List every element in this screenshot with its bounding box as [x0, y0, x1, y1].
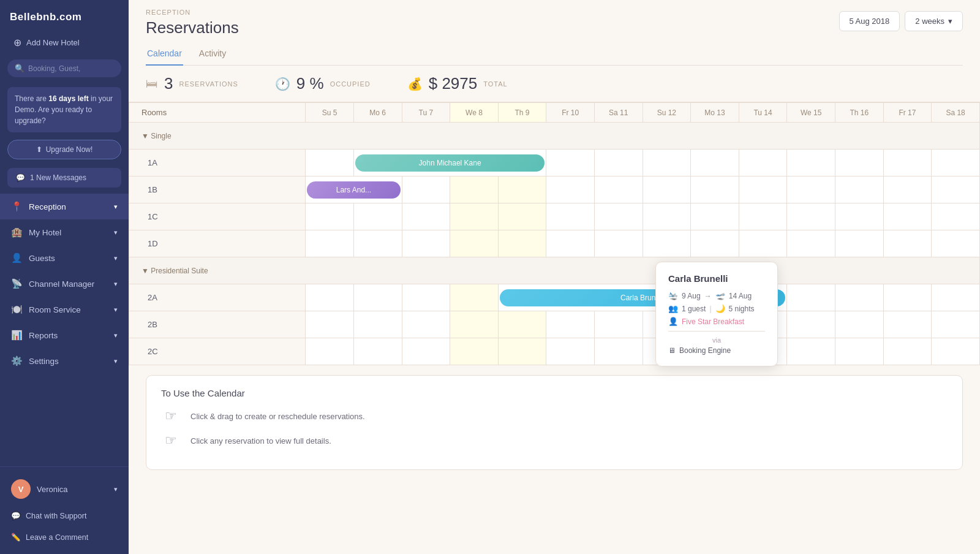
cell-1b-sa18[interactable]: [932, 176, 980, 203]
cell-1b-mo13[interactable]: [691, 176, 739, 203]
cell-1d-mo6[interactable]: [353, 230, 402, 257]
cell-2b-sa11[interactable]: [594, 311, 643, 338]
cell-2a-th16[interactable]: [835, 284, 883, 311]
cell-1a-fr10[interactable]: [546, 150, 595, 176]
cell-1b-sa11[interactable]: [594, 176, 643, 203]
cell-2b-th9[interactable]: [498, 311, 546, 338]
cell-2b-tu7[interactable]: [402, 311, 450, 338]
cell-2c-mo6[interactable]: [353, 338, 402, 365]
sidebar-item-reports[interactable]: 📊 Reports ▾: [0, 322, 129, 348]
cell-1c-we15[interactable]: [787, 203, 835, 230]
new-messages-button[interactable]: 💬 1 New Messages: [7, 168, 121, 188]
cell-1d-tu7[interactable]: [402, 230, 450, 257]
cell-2a-fr17[interactable]: [883, 284, 932, 311]
user-profile-row[interactable]: V Veronica ▾: [0, 473, 129, 505]
collapse-icon[interactable]: ▼ Single: [141, 132, 172, 140]
cell-2a-su5[interactable]: [306, 284, 354, 311]
tab-calendar[interactable]: Calendar: [146, 44, 183, 66]
cell-1d-tu14[interactable]: [739, 230, 787, 257]
cell-1a-tu14[interactable]: [739, 150, 787, 176]
cell-1c-we8[interactable]: [450, 203, 499, 230]
cell-2a-tu7[interactable]: [402, 284, 450, 311]
cell-1c-fr17[interactable]: [883, 203, 932, 230]
add-new-hotel-button[interactable]: ⊕ Add New Hotel: [7, 32, 121, 53]
cell-1c-fr10[interactable]: [546, 203, 595, 230]
sidebar-item-channel-manager[interactable]: 📡 Channel Manager ▾: [0, 271, 129, 297]
date-picker-button[interactable]: 5 Aug 2018: [839, 11, 900, 31]
cell-1c-su5[interactable]: [306, 203, 354, 230]
reservation-john-michael-kane[interactable]: John Michael Kane: [355, 154, 545, 172]
sidebar-item-room-service[interactable]: 🍽️ Room Service ▾: [0, 297, 129, 322]
cell-1c-th16[interactable]: [835, 203, 883, 230]
cell-1c-tu7[interactable]: [402, 203, 450, 230]
cell-2c-sa18[interactable]: [932, 338, 980, 365]
cell-2b-sa18[interactable]: [932, 311, 980, 338]
cell-2a-mo6[interactable]: [353, 284, 402, 311]
cell-1b-tu14[interactable]: [739, 176, 787, 203]
cell-2c-tu7[interactable]: [402, 338, 450, 365]
cell-2b-we8[interactable]: [450, 311, 499, 338]
collapse-presidential-icon[interactable]: ▼ Presidential Suite: [141, 267, 208, 275]
cell-2c-th9[interactable]: [498, 338, 546, 365]
search-input[interactable]: [28, 64, 114, 73]
cell-1b-we8[interactable]: [450, 176, 499, 203]
cell-1a-su5[interactable]: [306, 150, 354, 176]
cell-1a-sa18[interactable]: [932, 150, 980, 176]
cell-1d-fr10[interactable]: [546, 230, 595, 257]
sidebar-item-guests[interactable]: 👤 Guests ▾: [0, 245, 129, 271]
cell-1c-th9[interactable]: [498, 203, 546, 230]
cell-1c-su12[interactable]: [643, 203, 691, 230]
sidebar-item-settings[interactable]: ⚙️ Settings ▾: [0, 348, 129, 374]
cell-1c-sa18[interactable]: [932, 203, 980, 230]
cell-1c-mo6[interactable]: [353, 203, 402, 230]
cell-2c-fr17[interactable]: [883, 338, 932, 365]
cell-1d-sa11[interactable]: [594, 230, 643, 257]
cell-1a-mo6-reservation[interactable]: John Michael Kane: [353, 150, 546, 176]
cell-1d-su5[interactable]: [306, 230, 354, 257]
cell-1b-fr10[interactable]: [546, 176, 595, 203]
cell-2c-su5[interactable]: [306, 338, 354, 365]
cell-1d-su12[interactable]: [643, 230, 691, 257]
chat-support-button[interactable]: 💬 Chat with Support: [0, 505, 129, 526]
cell-1a-mo13[interactable]: [691, 150, 739, 176]
cell-1d-fr17[interactable]: [883, 230, 932, 257]
cell-1a-sa11[interactable]: [594, 150, 643, 176]
cell-1a-we15[interactable]: [787, 150, 835, 176]
cell-2b-mo6[interactable]: [353, 311, 402, 338]
cell-1d-sa18[interactable]: [932, 230, 980, 257]
cell-2b-fr17[interactable]: [883, 311, 932, 338]
cell-2c-fr10[interactable]: [546, 338, 595, 365]
search-bar[interactable]: 🔍: [7, 59, 121, 77]
cell-2a-we15[interactable]: [787, 284, 835, 311]
cell-1b-su5-reservation[interactable]: Lars And...: [306, 176, 402, 203]
leave-comment-button[interactable]: ✏️ Leave a Comment: [0, 526, 129, 548]
period-selector-button[interactable]: 2 weeks ▾: [905, 11, 963, 31]
cell-2c-we15[interactable]: [787, 338, 835, 365]
sidebar-item-reception[interactable]: 📍 Reception ▾: [0, 194, 129, 219]
sidebar-item-my-hotel[interactable]: 🏨 My Hotel ▾: [0, 219, 129, 245]
cell-1b-th16[interactable]: [835, 176, 883, 203]
reservation-lars[interactable]: Lars And...: [307, 181, 400, 199]
cell-1b-fr17[interactable]: [883, 176, 932, 203]
cell-1b-th9[interactable]: [498, 176, 546, 203]
cell-1b-tu7[interactable]: [402, 176, 450, 203]
cell-1d-th9[interactable]: [498, 230, 546, 257]
cell-2c-th16[interactable]: [835, 338, 883, 365]
cell-2b-su5[interactable]: [306, 311, 354, 338]
cell-2a-we8[interactable]: [450, 284, 499, 311]
cell-2b-fr10[interactable]: [546, 311, 595, 338]
upgrade-button[interactable]: ⬆ Upgrade Now!: [7, 140, 121, 159]
cell-1c-mo13[interactable]: [691, 203, 739, 230]
cell-1b-su12[interactable]: [643, 176, 691, 203]
cell-2c-sa11[interactable]: [594, 338, 643, 365]
cell-1d-we15[interactable]: [787, 230, 835, 257]
cell-2b-we15[interactable]: [787, 311, 835, 338]
cell-2b-th16[interactable]: [835, 311, 883, 338]
cell-1d-th16[interactable]: [835, 230, 883, 257]
cell-2a-sa18[interactable]: [932, 284, 980, 311]
cell-1a-th16[interactable]: [835, 150, 883, 176]
cell-1c-tu14[interactable]: [739, 203, 787, 230]
tab-activity[interactable]: Activity: [198, 44, 227, 66]
cell-1d-mo13[interactable]: [691, 230, 739, 257]
cell-1c-sa11[interactable]: [594, 203, 643, 230]
